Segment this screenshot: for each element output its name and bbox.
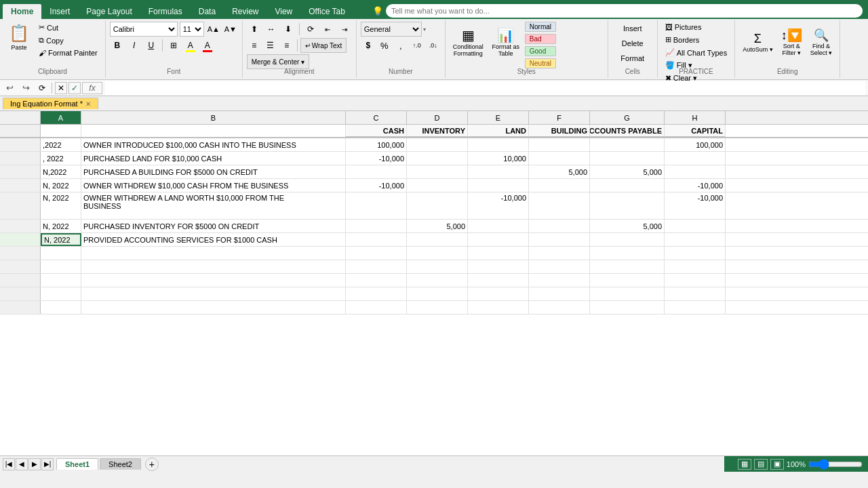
italic-button[interactable]: I	[127, 38, 142, 53]
comma-button[interactable]: ,	[393, 38, 408, 53]
cell-D[interactable]	[407, 138, 468, 151]
cell-E[interactable]	[468, 247, 529, 260]
cell-1-E[interactable]: LAND	[468, 125, 529, 137]
cell-D[interactable]: 5,000	[407, 220, 468, 232]
cell-G[interactable]	[590, 152, 665, 165]
increase-decimal-button[interactable]: ↑.0	[410, 38, 425, 53]
cell-C[interactable]	[346, 233, 407, 246]
cell-F[interactable]	[529, 152, 590, 165]
undo-button[interactable]: ↩	[3, 81, 16, 95]
cell-A[interactable]: N, 2022	[41, 220, 81, 232]
tab-data[interactable]: Data	[191, 4, 224, 19]
indent-decrease-button[interactable]: ⇤	[320, 22, 335, 37]
cut-button[interactable]: ✂ Cut	[35, 22, 101, 33]
cell-D[interactable]	[407, 192, 468, 219]
cell-1-D[interactable]: INVENTORY	[407, 125, 468, 137]
font-color-button[interactable]: A	[200, 38, 215, 53]
cell-G[interactable]	[590, 138, 665, 151]
wrap-text-button[interactable]: ↵ Wrap Text	[300, 38, 347, 53]
cell-G[interactable]	[590, 233, 665, 246]
cell-D[interactable]	[407, 165, 468, 178]
row-num[interactable]	[0, 287, 41, 300]
cell-B[interactable]: OWNER WITHDREW A LAND WORTH $10,000 FROM…	[81, 192, 346, 219]
cell-G[interactable]	[590, 247, 665, 260]
cell-H[interactable]: 100,000	[665, 138, 726, 151]
cell-E[interactable]	[468, 233, 529, 246]
dollar-button[interactable]: $	[361, 38, 376, 53]
align-middle-button[interactable]: ↔	[264, 22, 279, 37]
cell-A[interactable]: N,2022	[41, 165, 81, 178]
paste-button[interactable]: 📋 Paste	[4, 22, 34, 62]
align-bottom-button[interactable]: ⬇	[281, 22, 296, 37]
cell-C[interactable]	[346, 192, 407, 219]
col-header-B[interactable]: B	[81, 111, 346, 124]
sheet-tab-sheet2[interactable]: Sheet2	[100, 458, 141, 470]
row-num[interactable]	[0, 138, 41, 151]
col-header-G[interactable]: G	[590, 111, 665, 124]
cell-C[interactable]	[346, 220, 407, 232]
cell-F[interactable]	[529, 233, 590, 246]
cell-1-H[interactable]: CAPITAL	[665, 125, 726, 137]
view-normal-button[interactable]: ▦	[738, 459, 751, 470]
cell-H[interactable]	[665, 247, 726, 260]
row-num[interactable]	[0, 301, 41, 314]
view-page-button[interactable]: ▣	[770, 459, 784, 470]
view-layout-button[interactable]: ▤	[754, 459, 768, 470]
formula-input[interactable]	[105, 81, 865, 95]
cell-E[interactable]	[468, 179, 529, 192]
cell-H[interactable]	[665, 220, 726, 232]
row-num[interactable]	[0, 233, 41, 246]
cell-B[interactable]: OWNER INTRODUCED $100,000 CASH INTO THE …	[81, 138, 346, 151]
cell-C[interactable]	[346, 247, 407, 260]
tab-page-layout[interactable]: Page Layout	[78, 4, 140, 19]
align-left-button[interactable]: ≡	[247, 38, 262, 53]
insert-function-button[interactable]: fx	[82, 82, 102, 94]
cell-F[interactable]	[529, 179, 590, 192]
cell-A[interactable]: , 2022	[41, 152, 81, 165]
cell-C[interactable]: -10,000	[346, 179, 407, 192]
redo-button[interactable]: ↪	[19, 81, 33, 95]
col-header-C[interactable]: C	[346, 111, 407, 124]
delete-button[interactable]: Delete	[612, 37, 653, 50]
repeat-button[interactable]: ⟳	[35, 81, 49, 95]
cell-B[interactable]: PURCHASED A BUILDING FOR $5000 ON CREDIT	[81, 165, 346, 178]
cell-B[interactable]	[81, 247, 346, 260]
cell-1-A[interactable]	[41, 125, 81, 137]
cell-E[interactable]	[468, 138, 529, 151]
cell-G[interactable]	[590, 179, 665, 192]
tab-view[interactable]: View	[267, 4, 300, 19]
style-neutral-button[interactable]: Neutral	[525, 58, 556, 68]
cell-C[interactable]: 100,000	[346, 138, 407, 151]
font-size-selector[interactable]: 11	[180, 22, 204, 37]
tab-insert[interactable]: Insert	[41, 4, 78, 19]
cell-E[interactable]: -10,000	[468, 192, 529, 219]
decrease-font-button[interactable]: A▼	[223, 22, 238, 37]
autosum-button[interactable]: Σ AutoSum ▾	[739, 22, 776, 62]
cell-1-B[interactable]	[81, 125, 346, 137]
row-num[interactable]	[0, 179, 41, 192]
sheet-tab-sheet1[interactable]: Sheet1	[56, 458, 98, 470]
cell-B[interactable]: PURCHASED LAND FOR $10,000 CASH	[81, 152, 346, 165]
row-num[interactable]	[0, 192, 41, 219]
format-as-table-button[interactable]: 📊 Format asTable	[488, 22, 524, 62]
cell-F[interactable]	[529, 192, 590, 219]
tab-review[interactable]: Review	[224, 4, 267, 19]
merge-center-button[interactable]: Merge & Center ▾	[247, 54, 309, 69]
cell-D[interactable]	[407, 247, 468, 260]
doc-tab-close-button[interactable]: ✕	[85, 100, 91, 108]
cell-F[interactable]: 5,000	[529, 165, 590, 178]
col-header-A[interactable]: A	[41, 111, 81, 124]
row-num[interactable]	[0, 247, 41, 260]
sort-filter-button[interactable]: ↕🔽 Sort &Filter ▾	[778, 22, 806, 62]
orientation-button[interactable]: ⟳	[303, 22, 318, 37]
align-top-button[interactable]: ⬆	[247, 22, 262, 37]
row-num[interactable]	[0, 220, 41, 232]
cell-F[interactable]	[529, 138, 590, 151]
cell-H[interactable]	[665, 152, 726, 165]
cell-F[interactable]	[529, 247, 590, 260]
cell-D[interactable]	[407, 152, 468, 165]
indent-increase-button[interactable]: ⇥	[337, 22, 352, 37]
conditional-formatting-button[interactable]: ▦ ConditionalFormatting	[450, 22, 487, 62]
percent-button[interactable]: %	[377, 38, 392, 53]
cell-A[interactable]: N, 2022	[41, 179, 81, 192]
